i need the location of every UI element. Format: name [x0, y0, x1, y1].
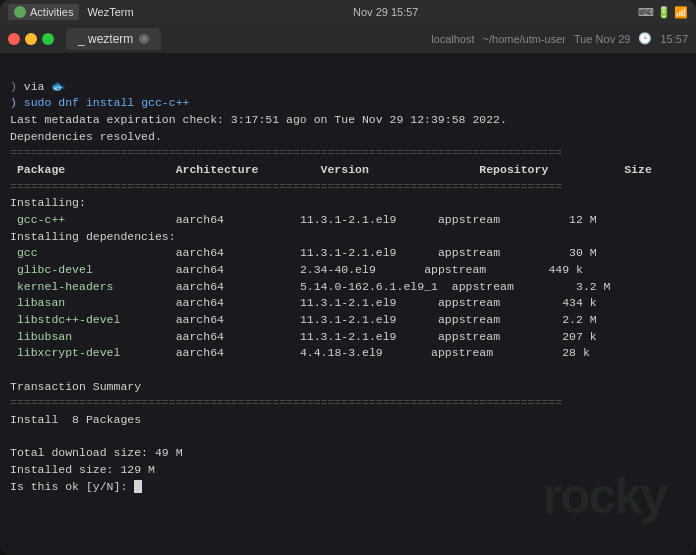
- tab-close-icon[interactable]: ×: [139, 34, 149, 44]
- date-label: Tue Nov 29: [574, 33, 630, 45]
- path-label: ~/home/utm-user: [483, 33, 566, 45]
- activities-label[interactable]: Activities: [30, 6, 73, 18]
- wezterm-menu[interactable]: WezTerm: [87, 6, 133, 18]
- app-label: WezTerm: [87, 6, 133, 18]
- minimize-button[interactable]: [25, 33, 37, 45]
- menubar-right: ⌨ 🔋 📶: [638, 6, 688, 19]
- tabbar-right: localhost ~/home/utm-user Tue Nov 29 🕒 1…: [431, 32, 688, 45]
- activities-button[interactable]: Activities: [8, 4, 79, 20]
- window: Activities WezTerm Nov 29 15:57 ⌨ 🔋 📶 _ …: [0, 0, 696, 555]
- tabbar: _ wezterm × localhost ~/home/utm-user Tu…: [0, 24, 696, 54]
- time-label: 15:57: [660, 33, 688, 45]
- close-button[interactable]: [8, 33, 20, 45]
- menubar-datetime: Nov 29 15:57: [353, 6, 418, 18]
- activities-icon: [14, 6, 26, 18]
- menubar: Activities WezTerm Nov 29 15:57 ⌨ 🔋 📶: [0, 0, 696, 24]
- host-label: localhost: [431, 33, 474, 45]
- menubar-icons: ⌨ 🔋 📶: [638, 6, 688, 19]
- clock-icon: 🕒: [638, 32, 652, 45]
- terminal[interactable]: ) via 🐟 ) sudo dnf install gcc-c++ Last …: [0, 54, 696, 555]
- terminal-output: ) via 🐟 ) sudo dnf install gcc-c++ Last …: [10, 62, 686, 512]
- fullscreen-button[interactable]: [42, 33, 54, 45]
- menubar-center: Nov 29 15:57: [140, 6, 632, 18]
- traffic-lights: [8, 33, 54, 45]
- tab-label: _ wezterm: [78, 32, 133, 46]
- tab-wezterm[interactable]: _ wezterm ×: [66, 28, 161, 50]
- menubar-left: Activities WezTerm: [8, 4, 134, 20]
